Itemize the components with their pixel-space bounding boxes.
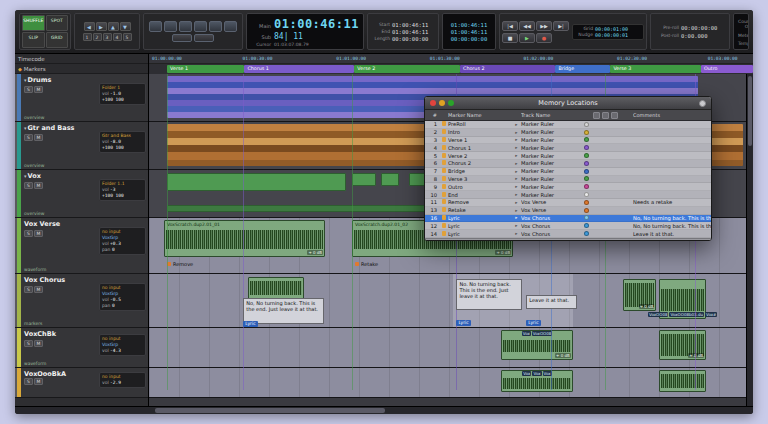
- mute-button[interactable]: M: [34, 134, 43, 141]
- nudge-value-dropdown[interactable]: [194, 34, 214, 42]
- horizontal-scrollbar[interactable]: [15, 406, 753, 414]
- mute-button[interactable]: M: [34, 340, 43, 347]
- arrange-marker-retake[interactable]: Retake: [355, 261, 378, 267]
- lane-voxchbk[interactable]: Vox VoxOO08 + 0 dB + 0 dB: [149, 328, 746, 368]
- folder-open-icon[interactable]: ▾: [24, 173, 27, 179]
- memory-row-remove[interactable]: 11Remove▸Vox VerseNeeds a retake: [425, 199, 711, 207]
- nudge-value[interactable]: 00:00:00:01: [595, 32, 628, 38]
- column-marker-name[interactable]: Marker Name: [448, 112, 512, 118]
- track-view-selector[interactable]: overview: [24, 163, 44, 168]
- mode-spot-button[interactable]: SPOT: [46, 15, 69, 31]
- track-io-box[interactable]: Folder 1 vol -1.0 +100 100: [99, 83, 146, 105]
- mode-slip-button[interactable]: SLIP: [22, 32, 45, 48]
- vol-value[interactable]: -8.0: [110, 139, 121, 144]
- clip-gain-badge[interactable]: + 0 dB: [555, 353, 571, 358]
- lane-vox-chorus[interactable]: No, No turning back. This is the end. Ju…: [149, 274, 746, 328]
- marker-segment-outro[interactable]: Outro: [701, 65, 753, 73]
- sub-counter-value[interactable]: 84| 11: [274, 32, 303, 41]
- track-view-selector[interactable]: overview: [24, 211, 44, 216]
- zoom-vertical-down-button[interactable]: ▼: [120, 22, 131, 31]
- marker-segment-bridge[interactable]: Bridge: [555, 65, 610, 73]
- memory-row-outro[interactable]: 9Outro▸Marker Ruler: [425, 183, 711, 191]
- marker-segment-chorus1[interactable]: Chorus 1: [244, 65, 354, 73]
- clip-vox-chorus-cluster[interactable]: [248, 277, 305, 299]
- clip-gain-badge[interactable]: + 0 dB: [307, 250, 323, 255]
- memory-row-lyric-3[interactable]: 14Lyric▸Vox ChorusLeave it at that.: [425, 230, 711, 238]
- mute-button[interactable]: M: [34, 182, 43, 189]
- solo-button[interactable]: S: [24, 86, 33, 93]
- track-header-vox[interactable]: ▾Vox SM overview Folder 1.1 vol -3 +100 …: [15, 170, 148, 218]
- memory-row-preroll[interactable]: 1PreRoll▸Marker Ruler: [425, 121, 711, 129]
- record-button[interactable]: ●: [536, 33, 552, 43]
- track-view-selector[interactable]: markers: [24, 321, 42, 326]
- track-header-voxooobka[interactable]: VoxOooBkA SM no input vol -2.9: [15, 368, 148, 398]
- lane-voxooobka[interactable]: Vox Vox Vox: [149, 368, 746, 398]
- mode-shuffle-button[interactable]: SHUFFLE: [22, 15, 45, 31]
- track-header-gtr-and-bass[interactable]: ▾Gtr and Bass SM overview Gtr and Bass v…: [15, 122, 148, 170]
- clip-voxooobka-right[interactable]: [659, 370, 706, 392]
- zoom-preset-2[interactable]: 2: [93, 33, 102, 41]
- column-comments[interactable]: Comments: [633, 112, 711, 118]
- trim-tool-icon[interactable]: [164, 21, 177, 32]
- scrubber-tool-icon[interactable]: [209, 21, 222, 32]
- vol-value[interactable]: -4.3: [110, 348, 121, 353]
- timecode-ruler[interactable]: 01:00:00:00 01:00:30:00 01:01:00:00 01:0…: [149, 54, 753, 64]
- main-counter-value[interactable]: 01:00:46:11: [274, 17, 359, 31]
- clip-gain-badge[interactable]: + 0 dB: [639, 304, 655, 309]
- track-io-box[interactable]: no input VoxGrp vol -4.3: [99, 334, 146, 356]
- track-view-selector[interactable]: overview: [24, 115, 44, 120]
- horizontal-scrollbar-thumb[interactable]: [155, 408, 385, 413]
- mute-button[interactable]: M: [34, 86, 43, 93]
- sel2-end-value[interactable]: 01:00:46:11: [445, 29, 493, 35]
- zoomer-tool-icon[interactable]: [149, 21, 162, 32]
- clip-voxscratch-1[interactable]: VoxScratch.dup2.01_01 + 0 dB: [164, 220, 325, 257]
- track-io-box[interactable]: no input vol -2.9: [99, 372, 146, 388]
- zoom-preset-5[interactable]: 5: [123, 33, 132, 41]
- stop-button[interactable]: ■: [502, 33, 518, 43]
- mute-button[interactable]: M: [34, 286, 43, 293]
- memory-row-verse1[interactable]: 3Verse 1▸Marker Ruler: [425, 137, 711, 145]
- lyric-marker-tag[interactable]: Lyric: [526, 320, 540, 326]
- pan-value[interactable]: +100 100: [102, 145, 124, 150]
- filter-icon[interactable]: [593, 112, 600, 119]
- postroll-value[interactable]: 0:00.000: [681, 33, 708, 39]
- solo-button[interactable]: S: [24, 286, 33, 293]
- track-io-box[interactable]: no input VoxGrp vol -0.5 pan 0: [99, 283, 146, 311]
- vol-value[interactable]: -1.0: [110, 91, 121, 96]
- clip-gain-badge[interactable]: + 0 dB: [495, 250, 511, 255]
- zoom-preset-3[interactable]: 3: [103, 33, 112, 41]
- solo-button[interactable]: S: [24, 182, 33, 189]
- preroll-value[interactable]: 00:00:00:00: [681, 25, 717, 31]
- solo-button[interactable]: S: [24, 378, 33, 385]
- lyric-comment-box-2[interactable]: No. No turning back. This is the end. Ju…: [456, 279, 522, 310]
- go-to-end-button[interactable]: ▶|: [553, 21, 569, 31]
- return-to-zero-button[interactable]: |◀: [502, 21, 518, 31]
- track-view-selector[interactable]: waveform: [24, 267, 46, 272]
- vertical-scrollbar[interactable]: [746, 74, 753, 406]
- vol-value[interactable]: -2.9: [110, 380, 121, 385]
- memory-row-lyric-2[interactable]: 12Lyric▸Vox ChorusNo, No turning back. T…: [425, 222, 711, 230]
- rewind-button[interactable]: ◀◀: [519, 21, 535, 31]
- vox-folder-clip[interactable]: [352, 173, 376, 186]
- marker-segment-verse3[interactable]: Verse 3: [610, 65, 701, 73]
- marker-segment-verse2[interactable]: Verse 2: [354, 65, 460, 73]
- solo-button[interactable]: S: [24, 340, 33, 347]
- memory-row-intro[interactable]: 2Intro▸Marker Ruler: [425, 129, 711, 137]
- markers-ruler[interactable]: Verse 1 Chorus 1 Verse 2 Chorus 2 Bridge…: [149, 64, 753, 74]
- track-io-box[interactable]: no input VoxGrp vol +0.3 pan 0: [99, 227, 146, 255]
- vertical-scrollbar-thumb[interactable]: [748, 76, 752, 146]
- clip-gain-badge[interactable]: + 0 dB: [688, 353, 704, 358]
- track-header-voxchbk[interactable]: VoxChBk SM waveform no input VoxGrp vol …: [15, 328, 148, 368]
- track-io-box[interactable]: Folder 1.1 vol -3 +100 100: [99, 179, 146, 201]
- zoom-vertical-up-button[interactable]: ▲: [108, 22, 119, 31]
- lyric-comment-box-3[interactable]: Leave it at that.: [526, 295, 577, 309]
- vol-value[interactable]: -0.5: [110, 297, 121, 302]
- pan-value[interactable]: 0: [112, 247, 115, 252]
- lyric-marker-tag[interactable]: Lyric: [243, 321, 257, 327]
- fast-forward-button[interactable]: ▶▶: [536, 21, 552, 31]
- markers-ruler-header[interactable]: ◆Markers: [15, 64, 148, 74]
- memory-horizontal-scrollbar[interactable]: [425, 238, 711, 241]
- sel-start-value[interactable]: 01:00:46:11: [392, 22, 428, 28]
- clip-voxchbk-cluster[interactable]: Vox VoxOO08 + 0 dB: [501, 330, 573, 360]
- play-button[interactable]: ▶: [519, 33, 535, 43]
